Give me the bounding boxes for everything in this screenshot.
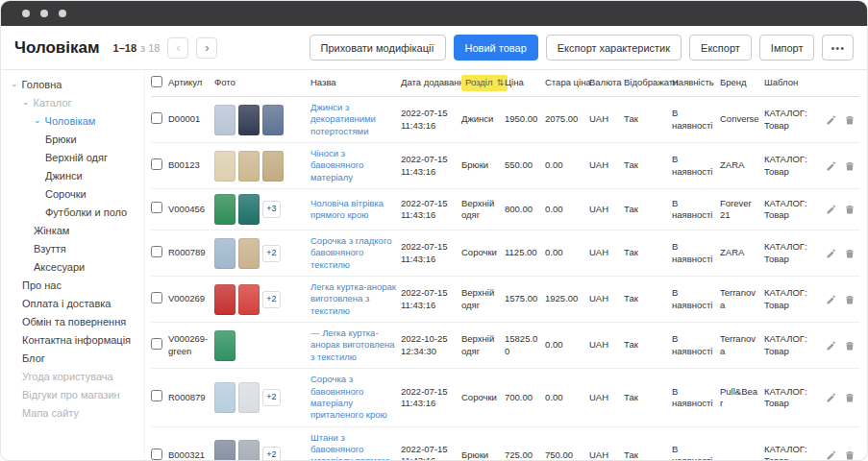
display-cell: Так xyxy=(624,199,672,220)
product-name-link[interactable]: — Легка куртка-анорак виготовлена з текс… xyxy=(310,328,395,362)
edit-icon[interactable] xyxy=(826,294,837,305)
section-cell: Джинси xyxy=(461,109,505,130)
column-header-currency[interactable]: Валюта xyxy=(589,72,624,93)
product-name-link[interactable]: Сорочка з гладкого бавовняного текстилю xyxy=(310,235,391,270)
column-header-availability[interactable]: Наявність xyxy=(672,72,720,93)
sidebar-item[interactable]: ⌄Головна xyxy=(9,76,140,94)
sorted-column-header[interactable]: Розділ ⇅ xyxy=(461,75,508,90)
edit-icon[interactable] xyxy=(826,340,837,352)
sidebar-item[interactable]: ⌄Каталог xyxy=(9,94,140,112)
edit-icon[interactable] xyxy=(826,160,837,172)
sku-cell: D00001 xyxy=(168,109,214,130)
row-checkbox[interactable] xyxy=(151,390,162,401)
product-name-link[interactable]: Джинси з декоративними потертостями xyxy=(310,102,376,136)
currency-cell: UAH xyxy=(589,109,624,130)
sidebar-item[interactable]: Про нас xyxy=(9,277,140,295)
sidebar-item[interactable]: Брюки xyxy=(9,131,140,149)
sidebar-item[interactable]: Угода користувача xyxy=(9,368,140,386)
column-header-template[interactable]: Шаблон xyxy=(764,72,820,93)
sidebar-item-label: Верхній одяг xyxy=(45,149,108,167)
old-price-cell: 750.00 xyxy=(545,445,589,460)
column-header-photo[interactable]: Фото xyxy=(214,72,310,93)
product-name-link[interactable]: Сорочка з бавовняного матеріалу притален… xyxy=(310,374,387,420)
chevron-down-icon: ⌄ xyxy=(22,98,30,107)
edit-icon[interactable] xyxy=(826,392,837,403)
column-header-sku[interactable]: Артикул xyxy=(168,72,214,93)
row-checkbox[interactable] xyxy=(151,449,162,460)
sidebar-item[interactable]: Контактна інформація xyxy=(9,331,140,350)
sidebar-item[interactable]: Відгуки про магазин xyxy=(9,386,140,404)
edit-icon[interactable] xyxy=(826,114,837,126)
row-checkbox[interactable] xyxy=(151,112,162,124)
sidebar-item[interactable]: Джинси xyxy=(9,167,140,185)
currency-cell: UAH xyxy=(589,445,624,460)
product-name-link[interactable]: Штани з бавовняного матеріалу прямого кр… xyxy=(310,432,390,460)
row-checkbox[interactable] xyxy=(151,246,162,257)
select-all-checkbox[interactable] xyxy=(151,76,162,87)
currency-cell: UAH xyxy=(589,334,624,355)
content-area: ⌄Головна⌄Каталог⌄ЧоловікамБрюкиВерхній о… xyxy=(1,70,867,460)
hide-modifications-button[interactable]: Приховати модифікації xyxy=(310,35,446,61)
delete-icon[interactable] xyxy=(844,114,856,126)
availability-cell: В наявності xyxy=(672,149,720,182)
table-row: B00123 Чіноси з бавовняного матеріалу 20… xyxy=(151,143,859,189)
sidebar-item-label: Сорочки xyxy=(45,185,87,204)
product-name-link[interactable]: Чіноси з бавовняного матеріалу xyxy=(310,148,363,182)
sidebar-item-label: Чоловікам xyxy=(45,112,96,131)
delete-icon[interactable] xyxy=(844,248,856,259)
export-characteristics-button[interactable]: Експорт характеристик xyxy=(546,35,682,61)
window-dot-icon[interactable] xyxy=(40,10,48,17)
delete-icon[interactable] xyxy=(844,392,856,403)
column-header-brand[interactable]: Бренд xyxy=(720,72,764,93)
column-header-name[interactable]: Назва xyxy=(310,72,401,93)
row-checkbox[interactable] xyxy=(151,292,162,303)
row-actions xyxy=(820,199,859,220)
sidebar-item[interactable]: Жінкам xyxy=(9,222,140,240)
import-button[interactable]: Імпорт xyxy=(759,35,815,61)
delete-icon[interactable] xyxy=(844,449,856,460)
more-actions-button[interactable]: ••• xyxy=(822,35,854,61)
edit-icon[interactable] xyxy=(826,449,837,460)
column-header-price[interactable]: Ціна xyxy=(505,72,545,93)
sidebar-item[interactable]: Верхній одяг xyxy=(9,149,140,167)
sidebar-item[interactable]: Мапа сайту xyxy=(9,404,140,423)
delete-icon[interactable] xyxy=(844,340,856,352)
column-header-date[interactable]: Дата додавання xyxy=(401,72,461,93)
ellipsis-icon: ••• xyxy=(831,42,845,54)
sidebar-item[interactable]: Блог xyxy=(9,350,140,368)
sidebar-item[interactable]: Оплата і доставка xyxy=(9,295,140,313)
column-header-display[interactable]: Відображати xyxy=(624,72,672,93)
edit-icon[interactable] xyxy=(826,204,837,215)
window-dot-icon[interactable] xyxy=(22,10,30,17)
product-name-link[interactable]: Чоловіча вітрівка прямого крою xyxy=(310,198,384,220)
row-checkbox[interactable] xyxy=(151,202,162,213)
sidebar-item[interactable]: Обмін та повернення xyxy=(9,313,140,331)
delete-icon[interactable] xyxy=(844,160,856,172)
old-price-cell: 0.00 xyxy=(545,334,589,355)
availability-cell: В наявності xyxy=(672,282,720,316)
sidebar-item[interactable]: Аксесуари xyxy=(9,258,140,277)
new-product-button[interactable]: Новий товар xyxy=(454,35,538,61)
sidebar-item[interactable]: ⌄Чоловікам xyxy=(9,112,140,131)
column-header-old-price[interactable]: Стара ціна xyxy=(545,72,589,93)
row-checkbox[interactable] xyxy=(151,158,162,170)
product-name-link[interactable]: Легка куртка-анорак виготовлена з тексти… xyxy=(310,281,396,316)
product-photo xyxy=(214,151,236,182)
delete-icon[interactable] xyxy=(844,204,856,215)
price-cell: 800.00 xyxy=(505,199,545,220)
brand-cell: Pull&Bear xyxy=(720,381,764,415)
photo-cell: +2 xyxy=(214,377,310,418)
pagination-prev-button[interactable]: ‹ xyxy=(167,37,188,59)
product-photo xyxy=(238,440,260,460)
sidebar-item[interactable]: Взуття xyxy=(9,240,140,258)
sidebar-item[interactable]: Футболки и поло xyxy=(9,204,140,222)
sidebar-item-label: Обмін та повернення xyxy=(22,313,126,331)
delete-icon[interactable] xyxy=(844,294,856,305)
sidebar-item[interactable]: Сорочки xyxy=(9,185,140,204)
chevron-down-icon: ⌄ xyxy=(11,80,18,88)
window-dot-icon[interactable] xyxy=(59,10,66,17)
pagination-next-button[interactable]: › xyxy=(196,37,217,59)
row-checkbox[interactable] xyxy=(151,338,162,350)
edit-icon[interactable] xyxy=(826,248,837,259)
export-button[interactable]: Експорт xyxy=(689,35,752,61)
